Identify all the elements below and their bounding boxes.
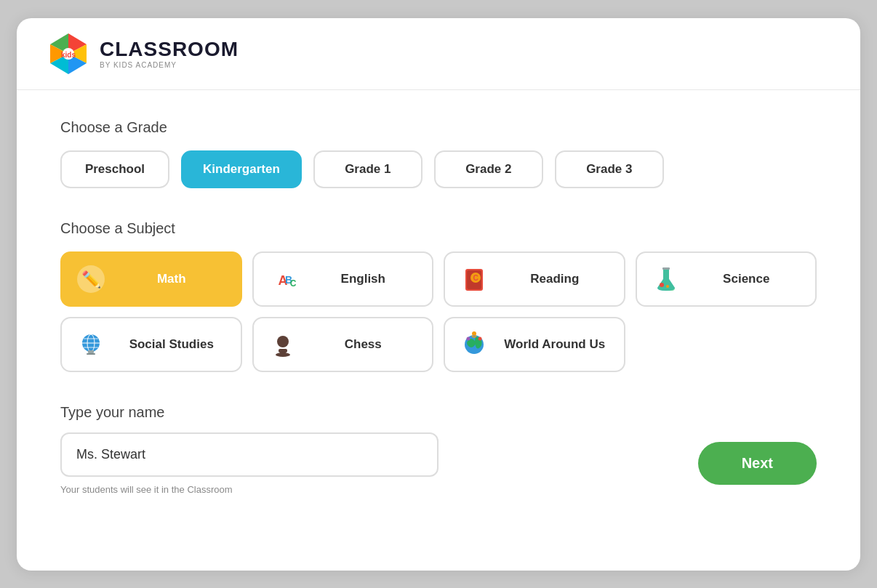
- subject-reading[interactable]: C Reading: [444, 251, 625, 307]
- math-icon: ✏️: [75, 263, 107, 295]
- svg-point-30: [478, 337, 482, 340]
- subject-math[interactable]: ✏️ Math: [60, 251, 242, 307]
- name-section: Type your name Your students will see it…: [60, 404, 817, 495]
- logo-text: CLASSROOM BY KIDS ACADEMY: [100, 38, 239, 69]
- grade-row: Preschool Kindergarten Grade 1 Grade 2 G…: [60, 150, 817, 188]
- svg-point-13: [660, 283, 664, 287]
- svg-point-29: [472, 331, 476, 336]
- svg-text:✏️: ✏️: [81, 270, 102, 289]
- social-studies-label: Social Studies: [116, 337, 228, 352]
- svg-rect-22: [87, 353, 95, 355]
- name-action-row: Your students will see it in the Classro…: [60, 432, 817, 495]
- next-button[interactable]: Next: [698, 442, 817, 485]
- social-studies-icon: [75, 329, 107, 361]
- grade-3[interactable]: Grade 3: [555, 150, 664, 188]
- science-icon: [650, 263, 682, 295]
- subject-section: Choose a Subject ✏️ Math: [60, 220, 817, 372]
- svg-point-27: [281, 337, 285, 341]
- header: kids CLASSROOM BY KIDS ACADEMY: [17, 18, 860, 90]
- science-label: Science: [691, 272, 803, 286]
- helper-text: Your students will see it in the Classro…: [60, 484, 438, 495]
- subject-science[interactable]: Science: [636, 251, 817, 307]
- world-around-us-label: World Around Us: [499, 337, 611, 352]
- reading-icon: C: [458, 263, 490, 295]
- name-section-label: Type your name: [60, 404, 817, 421]
- name-input[interactable]: [60, 432, 438, 477]
- svg-text:C: C: [473, 274, 478, 282]
- subject-chess[interactable]: Chess: [252, 317, 434, 372]
- svg-text:C: C: [289, 278, 296, 289]
- svg-point-31: [467, 337, 470, 340]
- chess-label: Chess: [308, 337, 420, 352]
- world-around-us-icon: [458, 329, 490, 361]
- main-card: kids CLASSROOM BY KIDS ACADEMY Choose a …: [17, 18, 860, 571]
- chess-icon: [267, 329, 299, 361]
- subject-social-studies[interactable]: Social Studies: [60, 317, 242, 372]
- english-icon: A B C: [267, 263, 299, 295]
- logo-icon: kids: [46, 31, 91, 76]
- reading-label: Reading: [499, 272, 611, 286]
- app-title: CLASSROOM: [100, 38, 239, 61]
- grade-preschool[interactable]: Preschool: [60, 150, 169, 188]
- content-area: Choose a Grade Preschool Kindergarten Gr…: [17, 90, 860, 524]
- svg-rect-25: [279, 349, 287, 353]
- grade-2[interactable]: Grade 2: [434, 150, 543, 188]
- app-subtitle: BY KIDS ACADEMY: [100, 61, 239, 69]
- grade-section-label: Choose a Grade: [60, 119, 817, 136]
- english-label: English: [308, 272, 420, 286]
- grade-section: Choose a Grade Preschool Kindergarten Gr…: [60, 119, 817, 188]
- svg-rect-21: [88, 350, 94, 353]
- svg-text:kids: kids: [61, 51, 76, 59]
- math-label: Math: [116, 272, 228, 286]
- subject-english[interactable]: A B C English: [252, 251, 434, 307]
- subject-section-label: Choose a Subject: [60, 220, 817, 237]
- svg-rect-15: [662, 267, 670, 270]
- subject-world-around-us[interactable]: World Around Us: [444, 317, 625, 372]
- svg-point-14: [666, 285, 669, 288]
- subject-grid: ✏️ Math A B C English: [60, 251, 817, 372]
- grade-1[interactable]: Grade 1: [313, 150, 423, 188]
- grade-kindergarten[interactable]: Kindergarten: [181, 150, 302, 188]
- logo-container: kids CLASSROOM BY KIDS ACADEMY: [46, 31, 239, 76]
